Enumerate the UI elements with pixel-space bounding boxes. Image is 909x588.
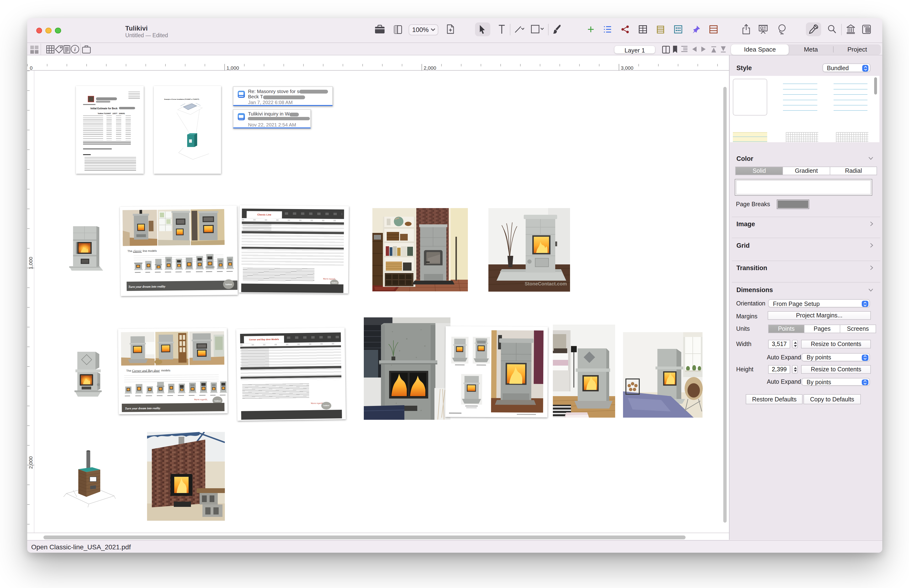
- svg-text:i: i: [74, 46, 76, 52]
- svg-text:Turn your dream into reality: Turn your dream into reality: [125, 406, 161, 410]
- svg-text:line models: line models: [143, 249, 157, 252]
- svg-text:Turn your dream into reality: Turn your dream into reality: [128, 284, 166, 289]
- svg-text:StoneContact.com: StoneContact.com: [525, 281, 567, 286]
- svg-text:Tulikivi: Tulikivi: [225, 283, 232, 286]
- svg-text:classic: classic: [133, 249, 142, 252]
- svg-text:The: The: [126, 369, 131, 372]
- svg-text:Tulikivi: Tulikivi: [215, 400, 221, 402]
- svg-text:Warm regards,: Warm regards,: [194, 398, 208, 401]
- svg-text:models: models: [161, 368, 171, 372]
- svg-text:The: The: [128, 249, 133, 252]
- svg-text:Corner and Bay door: Corner and Bay door: [132, 368, 160, 372]
